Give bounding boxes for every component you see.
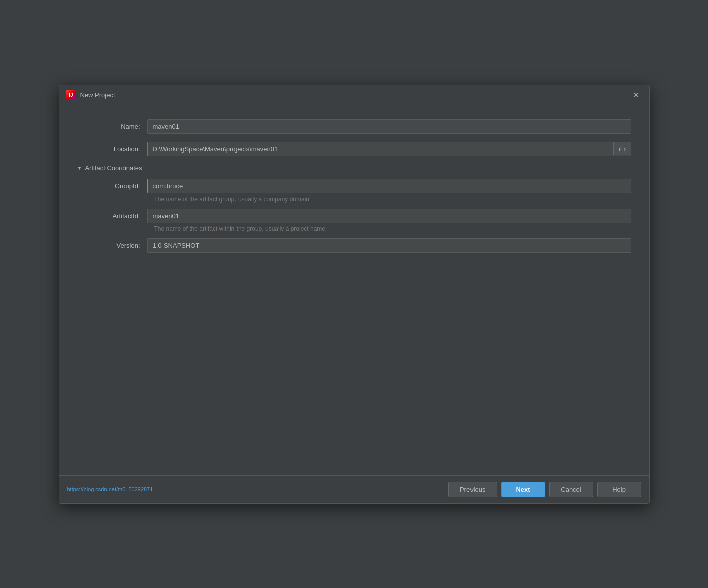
location-label: Location:	[77, 145, 147, 153]
artifact-id-hint: The name of the artifact within the grou…	[154, 225, 631, 232]
footer-url[interactable]: https://blog.csdn.net/m0_50292871	[67, 486, 153, 492]
spacer	[77, 255, 631, 465]
browse-button[interactable]: 🗁	[613, 142, 631, 155]
artifact-id-label: ArtifactId:	[82, 212, 147, 220]
group-id-hint: The name of the artifact group, usually …	[154, 195, 631, 203]
group-id-label: GroupId:	[82, 182, 147, 190]
new-project-dialog: IJ New Project ✕ Name: Location: 🗁 ▼ Art…	[59, 85, 650, 504]
group-id-input[interactable]	[147, 179, 631, 193]
version-label: Version:	[82, 242, 147, 249]
close-button[interactable]: ✕	[630, 89, 642, 101]
name-input[interactable]	[147, 119, 631, 134]
artifact-section-header: ▼ Artifact Coordinates	[77, 164, 631, 172]
cancel-button[interactable]: Cancel	[549, 482, 593, 497]
artifact-id-row: ArtifactId:	[82, 209, 631, 223]
title-bar-left: IJ New Project	[66, 90, 115, 100]
chevron-down-icon[interactable]: ▼	[77, 165, 82, 171]
version-input[interactable]	[147, 238, 631, 253]
group-id-row: GroupId:	[82, 179, 631, 193]
dialog-footer: https://blog.csdn.net/m0_50292871 Previo…	[59, 475, 649, 503]
help-button[interactable]: Help	[597, 482, 641, 497]
name-label: Name:	[77, 123, 147, 130]
location-input[interactable]	[148, 142, 613, 156]
title-bar: IJ New Project ✕	[59, 85, 649, 105]
previous-button[interactable]: Previous	[448, 482, 497, 497]
artifact-section: GroupId: The name of the artifact group,…	[82, 179, 631, 253]
dialog-content: Name: Location: 🗁 ▼ Artifact Coordinates…	[59, 105, 649, 475]
version-row: Version:	[82, 238, 631, 253]
name-row: Name:	[77, 119, 631, 134]
location-wrapper: 🗁	[147, 142, 631, 156]
location-row: Location: 🗁	[77, 142, 631, 156]
folder-icon: 🗁	[619, 145, 626, 153]
dialog-title: New Project	[80, 91, 115, 99]
app-icon: IJ	[66, 90, 76, 100]
artifact-id-input[interactable]	[147, 209, 631, 223]
app-icon-text: IJ	[69, 92, 73, 98]
artifact-section-label: Artifact Coordinates	[85, 164, 142, 172]
next-button[interactable]: Next	[501, 482, 545, 497]
